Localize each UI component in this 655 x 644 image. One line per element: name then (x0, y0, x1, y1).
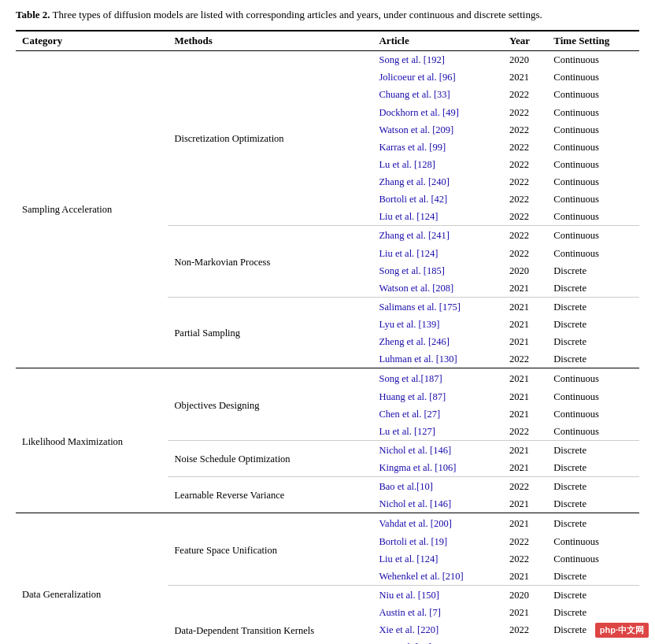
time-setting-cell: Continuous (547, 226, 639, 245)
article-link[interactable]: Salimans et al. [175] (379, 302, 460, 313)
article-cell[interactable]: Niu et al. [150] (372, 585, 502, 604)
year-cell: 2022 (503, 638, 547, 644)
main-table: Category Methods Article Year Time Setti… (16, 30, 639, 644)
method-cell: Learnable Reverse Variance (168, 477, 372, 513)
time-setting-cell: Discrete (547, 350, 639, 368)
year-cell: 2021 (503, 388, 547, 405)
article-cell[interactable]: Zhang et al. [241] (372, 226, 502, 245)
article-cell[interactable]: Zheng et al. [246] (372, 333, 502, 350)
time-setting-cell: Discrete (547, 440, 639, 459)
article-link[interactable]: Karras et al. [99] (379, 142, 446, 153)
article-cell[interactable]: Dockhorn et al. [49] (372, 104, 502, 121)
article-cell[interactable]: Vahdat et al. [200] (372, 513, 502, 533)
article-link[interactable]: Jolicoeur et al. [96] (379, 72, 455, 83)
article-link[interactable]: Lu et al. [127] (379, 426, 435, 437)
article-link[interactable]: Chuang et al. [33] (379, 89, 450, 100)
article-link[interactable]: Vahdat et al. [200] (379, 518, 451, 529)
article-cell[interactable]: Luhman et al. [130] (372, 350, 502, 368)
time-setting-cell: Continuous (547, 533, 639, 550)
header-article: Article (372, 31, 502, 51)
article-cell[interactable]: Song et al. [185] (372, 262, 502, 279)
method-cell: Objectives Designing (168, 368, 372, 441)
article-cell[interactable]: Zhang et al. [240] (372, 173, 502, 191)
article-cell[interactable]: Karras et al. [99] (372, 139, 502, 156)
category-cell: Data Generalization (16, 513, 168, 644)
year-cell: 2021 (503, 495, 547, 513)
article-cell[interactable]: Xie et al. [220] (372, 621, 502, 638)
article-link[interactable]: Huang et al. [87] (379, 391, 446, 402)
year-cell: 2021 (503, 297, 547, 316)
article-cell[interactable]: Liu et al. [124] (372, 245, 502, 262)
article-cell[interactable]: Song et al. [192] (372, 51, 502, 69)
article-link[interactable]: Wehenkel et al. [210] (379, 571, 463, 582)
article-cell[interactable]: Bao et al.[10] (372, 477, 502, 496)
article-cell[interactable]: Lu et al. [127] (372, 423, 502, 441)
article-link[interactable]: Lu et al. [128] (379, 159, 435, 170)
article-cell[interactable]: Liu et al. [124] (372, 208, 502, 226)
year-cell: 2022 (503, 350, 547, 368)
article-link[interactable]: Song et al. [185] (379, 265, 444, 276)
article-link[interactable]: Dockhorn et al. [49] (379, 107, 458, 118)
article-link[interactable]: Bortoli et al. [42] (379, 194, 447, 205)
article-link[interactable]: Xie et al. [220] (379, 624, 439, 635)
article-link[interactable]: Kingma et al. [106] (379, 462, 456, 473)
article-cell[interactable]: Bortoli et al. [19] (372, 533, 502, 550)
category-cell: Likelihood Maximization (16, 368, 168, 513)
time-setting-cell: Discrete (547, 262, 639, 279)
article-cell[interactable]: Jolicoeur et al. [96] (372, 68, 502, 86)
article-cell[interactable]: Lyu et al. [139] (372, 316, 502, 333)
article-link[interactable]: Song et al.[187] (379, 373, 442, 384)
year-cell: 2020 (503, 262, 547, 279)
article-cell[interactable]: Watson et al. [209] (372, 121, 502, 139)
article-link[interactable]: Chen et al. [27] (379, 409, 440, 420)
watermark: php·中文网 (595, 623, 649, 638)
article-cell[interactable]: Watson et al. [208] (372, 279, 502, 298)
article-link[interactable]: Austin et al. [7] (379, 607, 440, 618)
year-cell: 2022 (503, 226, 547, 245)
article-link[interactable]: Zhang et al. [241] (379, 230, 450, 241)
article-link[interactable]: Bortoli et al. [19] (379, 536, 447, 547)
year-cell: 2021 (503, 568, 547, 586)
article-link[interactable]: Watson et al. [208] (379, 283, 453, 294)
article-cell[interactable]: Bortoli et al. [42] (372, 191, 502, 208)
time-setting-cell: Discrete (547, 333, 639, 350)
article-cell[interactable]: Kingma et al. [106] (372, 459, 502, 477)
time-setting-cell: Discrete (547, 279, 639, 298)
time-setting-cell: Continuous (547, 173, 639, 191)
article-cell[interactable]: Salimans et al. [175] (372, 297, 502, 316)
time-setting-cell: Continuous (547, 191, 639, 208)
article-link[interactable]: Watson et al. [209] (379, 124, 453, 135)
article-cell[interactable]: Nichol et al. [146] (372, 495, 502, 513)
article-cell[interactable]: Gu et al. [71] (372, 638, 502, 644)
article-link[interactable]: Nichol et al. [146] (379, 498, 451, 509)
article-cell[interactable]: Liu et al. [124] (372, 550, 502, 568)
year-cell: 2022 (503, 208, 547, 226)
article-link[interactable]: Zheng et al. [246] (379, 336, 450, 347)
year-cell: 2021 (503, 604, 547, 621)
article-link[interactable]: Liu et al. [124] (379, 211, 438, 222)
article-link[interactable]: Liu et al. [124] (379, 553, 438, 564)
table-caption: Table 2. Three types of diffusion models… (16, 8, 639, 22)
article-link[interactable]: Song et al. [192] (379, 54, 444, 65)
article-link[interactable]: Lyu et al. [139] (379, 319, 439, 330)
article-cell[interactable]: Wehenkel et al. [210] (372, 568, 502, 586)
article-cell[interactable]: Song et al.[187] (372, 368, 502, 388)
article-link[interactable]: Zhang et al. [240] (379, 176, 450, 187)
time-setting-cell: Continuous (547, 156, 639, 173)
article-cell[interactable]: Chen et al. [27] (372, 405, 502, 423)
year-cell: 2022 (503, 86, 547, 103)
year-cell: 2021 (503, 316, 547, 333)
article-cell[interactable]: Huang et al. [87] (372, 388, 502, 405)
article-link[interactable]: Liu et al. [124] (379, 248, 438, 259)
method-cell: Partial Sampling (168, 297, 372, 368)
article-link[interactable]: Niu et al. [150] (379, 590, 439, 601)
article-cell[interactable]: Austin et al. [7] (372, 604, 502, 621)
article-link[interactable]: Nichol et al. [146] (379, 445, 451, 456)
article-link[interactable]: Bao et al.[10] (379, 481, 432, 492)
article-cell[interactable]: Nichol et al. [146] (372, 440, 502, 459)
article-cell[interactable]: Chuang et al. [33] (372, 86, 502, 103)
year-cell: 2022 (503, 156, 547, 173)
article-link[interactable]: Luhman et al. [130] (379, 353, 457, 365)
article-cell[interactable]: Lu et al. [128] (372, 156, 502, 173)
time-setting-cell: Discrete (547, 513, 639, 533)
